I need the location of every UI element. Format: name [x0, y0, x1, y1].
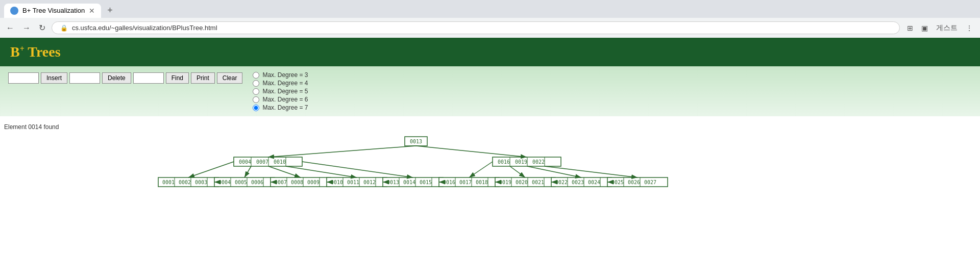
svg-line-88 — [527, 166, 581, 177]
degree-7-radio[interactable] — [253, 105, 259, 111]
leaf-node-7: 0019 0020 0021 — [495, 177, 555, 187]
translate-button[interactable]: ⊞ — [904, 22, 916, 34]
svg-text:0019: 0019 — [499, 180, 511, 185]
find-input[interactable] — [133, 72, 164, 84]
svg-text:0026: 0026 — [628, 180, 640, 185]
svg-text:0015: 0015 — [420, 180, 432, 185]
svg-text:0017: 0017 — [459, 180, 472, 185]
browser-chrome: B+ Tree Visualization ✕ + ← → ↻ 🔒 cs.usf… — [0, 0, 980, 38]
svg-text:0007: 0007 — [275, 180, 287, 185]
toolbar-area: Insert Delete Find Print Clear Max. Degr… — [0, 66, 980, 116]
leaf-node-1: 0001 0002 0003 — [158, 177, 218, 187]
svg-line-87 — [510, 166, 525, 177]
refresh-button[interactable]: ↻ — [37, 21, 47, 35]
sidebar-button[interactable]: ▣ — [918, 22, 931, 34]
svg-text:0014: 0014 — [403, 180, 415, 185]
svg-text:0004: 0004 — [218, 180, 231, 185]
insert-input[interactable] — [8, 72, 39, 84]
app-title: B+ Trees — [10, 44, 61, 60]
delete-button[interactable]: Delete — [102, 72, 131, 84]
svg-text:0006: 0006 — [251, 180, 263, 185]
tab-bar: B+ Tree Visualization ✕ + — [0, 0, 980, 18]
leaf-node-9: 0025 0026 0027 — [607, 177, 668, 187]
degree-7-label: Max. Degree = 7 — [262, 104, 308, 111]
title-b: B — [10, 44, 20, 60]
delete-input[interactable] — [69, 72, 100, 84]
level1-left-node: 0004 0007 0010 — [234, 157, 302, 166]
degree-3-radio[interactable] — [253, 72, 259, 79]
profile-button[interactable]: 게스트 — [933, 21, 961, 35]
leaf-node-4: 0010 0011 0012 — [327, 177, 387, 187]
tree-svg-container: 0013 0004 0007 0010 0016 0019 0022 — [0, 133, 980, 214]
degree-6-option[interactable]: Max. Degree = 6 — [253, 96, 308, 103]
degree-3-option[interactable]: Max. Degree = 3 — [253, 71, 308, 79]
svg-text:0023: 0023 — [572, 180, 584, 185]
level1-right-node: 0016 0019 0022 — [493, 157, 561, 166]
tree-area: Element 0014 found 0013 0004 0007 001 — [0, 116, 980, 219]
svg-text:0019: 0019 — [515, 159, 527, 165]
address-bar[interactable]: 🔒 cs.usfca.edu/~galles/visualization/BPl… — [52, 21, 900, 34]
svg-text:0005: 0005 — [235, 180, 247, 185]
svg-text:0013: 0013 — [387, 180, 399, 185]
svg-line-17 — [268, 146, 416, 157]
toolbar-controls: Insert Delete Find Print Clear — [8, 72, 242, 84]
svg-text:0020: 0020 — [516, 180, 528, 185]
svg-text:0001: 0001 — [162, 180, 175, 185]
svg-text:0009: 0009 — [307, 180, 320, 185]
degree-4-radio[interactable] — [253, 80, 259, 87]
back-button[interactable]: ← — [4, 21, 16, 35]
tab-title: B+ Tree Visualization — [22, 7, 85, 14]
svg-text:0018: 0018 — [476, 180, 488, 185]
degree-5-radio[interactable] — [253, 88, 259, 95]
menu-button[interactable]: ⋮ — [963, 22, 976, 34]
active-tab[interactable]: B+ Tree Visualization ✕ — [4, 4, 101, 18]
svg-text:0002: 0002 — [179, 180, 191, 185]
svg-text:0022: 0022 — [555, 180, 568, 185]
forward-button[interactable]: → — [20, 21, 33, 35]
svg-line-82 — [244, 166, 251, 177]
lock-icon: 🔒 — [60, 24, 68, 32]
nav-bar: ← → ↻ 🔒 cs.usfca.edu/~galles/visualizati… — [0, 18, 980, 38]
svg-text:0021: 0021 — [532, 180, 544, 185]
svg-text:0003: 0003 — [195, 180, 207, 185]
title-rest: Trees — [24, 44, 61, 60]
tab-favicon — [10, 7, 18, 15]
app-header: B+ Trees — [0, 38, 980, 66]
degree-4-option[interactable]: Max. Degree = 4 — [253, 80, 308, 87]
svg-text:0007: 0007 — [256, 159, 268, 165]
root-node: 0013 — [405, 137, 427, 146]
svg-text:0004: 0004 — [239, 159, 251, 165]
tab-close-button[interactable]: ✕ — [89, 7, 95, 15]
leaf-node-2: 0004 0005 0006 — [214, 177, 275, 187]
insert-button[interactable]: Insert — [41, 72, 67, 84]
print-button[interactable]: Print — [191, 72, 215, 84]
svg-text:0013: 0013 — [410, 139, 422, 144]
svg-line-85 — [302, 162, 413, 177]
degree-6-label: Max. Degree = 6 — [262, 96, 308, 103]
title-sup: + — [20, 44, 24, 53]
find-button[interactable]: Find — [166, 72, 189, 84]
svg-text:0011: 0011 — [347, 180, 359, 185]
svg-text:0024: 0024 — [588, 180, 600, 185]
svg-text:0010: 0010 — [331, 180, 343, 185]
degree-7-option[interactable]: Max. Degree = 7 — [253, 104, 308, 111]
new-tab-button[interactable]: + — [103, 3, 117, 18]
svg-text:0022: 0022 — [532, 159, 545, 165]
svg-text:0008: 0008 — [291, 180, 303, 185]
nav-right-buttons: ⊞ ▣ 게스트 ⋮ — [904, 21, 976, 35]
status-text: Element 0014 found — [0, 121, 980, 133]
leaf-node-5: 0013 0014 0015 — [383, 177, 443, 187]
svg-text:0027: 0027 — [644, 180, 656, 185]
leaf-node-6: 0016 0017 0018 — [439, 177, 499, 187]
svg-text:0012: 0012 — [363, 180, 376, 185]
svg-line-89 — [545, 166, 638, 177]
svg-text:0016: 0016 — [498, 159, 510, 165]
clear-button[interactable]: Clear — [217, 72, 243, 84]
leaf-node-8: 0022 0023 0024 — [551, 177, 611, 187]
degree-radio-group: Max. Degree = 3 Max. Degree = 4 Max. Deg… — [253, 71, 308, 111]
leaf-node-3: 0007 0008 0009 — [271, 177, 331, 187]
svg-text:0025: 0025 — [611, 180, 624, 185]
svg-text:0010: 0010 — [274, 159, 286, 165]
degree-5-option[interactable]: Max. Degree = 5 — [253, 88, 308, 95]
degree-6-radio[interactable] — [253, 96, 259, 103]
